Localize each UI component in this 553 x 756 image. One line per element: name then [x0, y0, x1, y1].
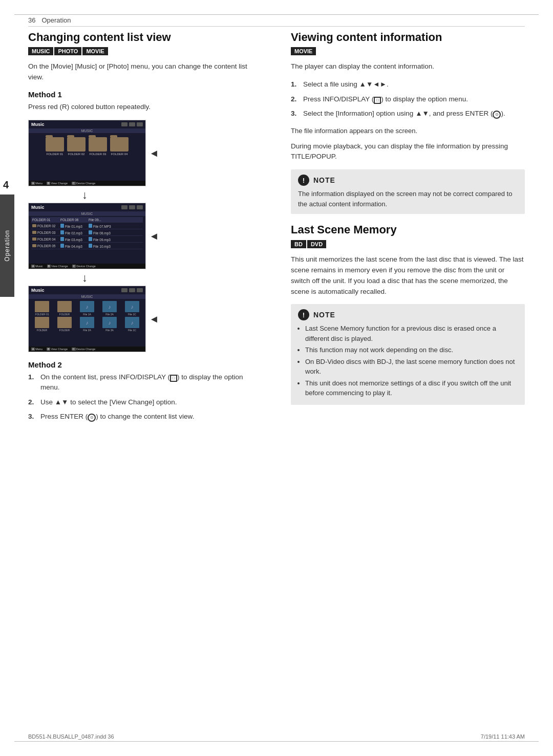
method1-heading: Method 1 — [28, 90, 262, 99]
right-section-title: Viewing content information — [291, 31, 525, 44]
ss2-btn3: CDevice Change — [72, 265, 96, 268]
ss2-icon1 — [121, 205, 127, 209]
ss2-row4-col3: File 10.mp3 — [89, 244, 117, 248]
enter-btn-2: ⊙ — [493, 111, 501, 119]
ss3-header: Music — [29, 286, 145, 294]
music-sm-5 — [60, 237, 64, 241]
ss3-btn2: BView Change — [47, 348, 68, 351]
folder-label-3: FOLDER 03 — [90, 153, 107, 156]
folder-label-4: FOLDER 04 — [111, 153, 128, 156]
ss2-col3-header: File 09... — [89, 218, 117, 222]
ss2-icons — [121, 205, 143, 209]
note1-title: NOTE — [313, 176, 335, 184]
ss3-btn3: CDevice Change — [72, 348, 95, 351]
ss3-bottom-bar: AMenu BView Change CDevice Change — [29, 347, 145, 352]
method2-list: 1. On the content list, press INFO/DISPL… — [28, 372, 262, 422]
vs-text1: Select a file using ▲▼◄►. — [303, 79, 525, 90]
folder-icon-2 — [67, 137, 86, 152]
note2-icon: ! — [298, 309, 309, 320]
screenshot-2-wrapper: Music MUSIC FOLDER 01 FOLDER 06 — [28, 203, 262, 269]
screenshots-container: Music MUSIC FOLDER 01 — [28, 120, 262, 353]
ss3-thumb-folder4 — [57, 317, 72, 328]
ss2-bottom-bar: AMusic BView Change CDevice Change — [29, 264, 145, 269]
ss3-icon3 — [137, 288, 143, 292]
left-badge-row: MUSIC PHOTO MOVIE — [28, 47, 262, 55]
ss3-thumb1: FOLDER 01 — [31, 301, 53, 316]
ss2-row3-col2: File 03.mp3 — [60, 237, 89, 242]
ss2-row4-col2: File 04.mp3 — [60, 244, 89, 248]
viewing-steps-list: 1. Select a file using ▲▼◄►. 2. Press IN… — [291, 79, 525, 119]
music-sm-4 — [89, 230, 92, 234]
ss2-row1-col1: FOLDER 02 — [32, 224, 60, 228]
arrow-down-2: ↓ — [28, 270, 262, 286]
music-sm-8 — [89, 244, 92, 248]
ss3-title: Music — [31, 288, 45, 293]
ss3-thumb3: ♪ File 1A — [76, 301, 98, 316]
note2-header: ! NOTE — [298, 309, 518, 320]
ss2-btn1: AMusic — [31, 265, 43, 268]
ss3-thumb-music1: ♪ — [80, 301, 94, 312]
ss2-list-header: FOLDER 01 FOLDER 06 File 09... — [31, 217, 143, 223]
screenshot-3-wrapper: Music MUSIC FOLDER 01 — [28, 286, 262, 352]
ss1-btn3: CDevice Change — [72, 182, 95, 185]
ss2-col2-header: FOLDER 06 — [60, 218, 89, 222]
ss2-icon3 — [137, 205, 143, 209]
m2-num1: 1. — [28, 372, 37, 393]
right-intro-text: The player can display the content infor… — [291, 61, 525, 72]
note2-bullet4: This unit does not memorize settings of … — [305, 378, 518, 398]
m2-num3: 3. — [28, 412, 37, 422]
screenshot-3: Music MUSIC FOLDER 01 — [28, 286, 146, 352]
note-box-2: ! NOTE Last Scene Memory function for a … — [291, 304, 525, 405]
ss3-thumb8: ♪ File 2A — [76, 317, 98, 332]
ss1-folder2: FOLDER 02 — [67, 137, 86, 156]
right-column: Viewing content information MOVIE The pl… — [286, 31, 525, 728]
enter-btn-1: ⊙ — [88, 414, 96, 422]
note2-title: NOTE — [313, 311, 335, 319]
ss1-folder1: FOLDER 01 — [46, 137, 64, 156]
ss3-thumb-folder2 — [57, 301, 72, 312]
note1-header: ! NOTE — [298, 175, 518, 186]
ss1-folder4: FOLDER 04 — [110, 137, 129, 156]
footer-right: 7/19/11 11:43 AM — [481, 733, 525, 740]
folder-sm-3 — [32, 237, 36, 241]
ss2-btn2: BView Change — [47, 265, 68, 268]
ss3-thumb-folder1 — [35, 301, 49, 312]
music-sm-2 — [89, 224, 92, 228]
ss2-breadcrumb: MUSIC — [29, 211, 145, 216]
folder-sm-2 — [32, 231, 36, 234]
file-info-note: The file information appears on the scre… — [291, 126, 525, 136]
folder-sm-1 — [32, 224, 36, 227]
ss1-header: Music — [29, 120, 145, 128]
ss2-row2-col3: File 08.mp3 — [89, 230, 117, 235]
folder-sm-4 — [32, 244, 36, 247]
ss1-title: Music — [31, 122, 45, 127]
ss2-col1-header: FOLDER 01 — [32, 218, 60, 222]
note2-bullet3: On BD-Video discs with BD-J, the last sc… — [305, 357, 518, 377]
ss1-btn2: BView Change — [47, 182, 68, 185]
ss1-bottom-bar: AMenu BView Change CDevice Change — [29, 181, 145, 186]
page-footer: BD551-N.BUSALLP_0487.indd 36 7/19/11 11:… — [28, 733, 525, 740]
ss3-thumb-music4: ♪ — [80, 317, 94, 328]
ss3-thumb5: ♪ File 1C — [121, 301, 143, 316]
m2-text3: Press ENTER (⊙) to change the content li… — [40, 412, 262, 422]
note1-icon: ! — [298, 175, 309, 186]
left-intro-text: On the [Movie] [Music] or [Photo] menu, … — [28, 61, 262, 83]
info-btn-2: □ — [374, 97, 381, 104]
arrow-right-3: ◄ — [149, 313, 159, 325]
ss1-icon3 — [137, 122, 143, 126]
info-btn-1: □ — [170, 375, 177, 382]
ss3-label9: File 3A — [105, 329, 114, 332]
ss3-icon2 — [129, 288, 135, 292]
folder-label-1: FOLDER 01 — [47, 153, 63, 156]
arrow-right-1: ◄ — [149, 147, 159, 159]
music-sm-7 — [60, 244, 64, 248]
ss3-thumb-music3: ♪ — [125, 301, 139, 312]
ss2-header: Music — [29, 203, 145, 211]
ss1-icon1 — [121, 122, 127, 126]
sidebar-label: Operation — [4, 230, 11, 262]
ss3-thumb9: ♪ File 3A — [99, 317, 120, 332]
header-title: Operation — [41, 16, 71, 24]
m2-text1: On the content list, press INFO/DISPLAY … — [40, 372, 262, 393]
ss3-label3: File 1A — [83, 313, 91, 316]
ss3-thumb6: FOLDER — [31, 317, 53, 332]
